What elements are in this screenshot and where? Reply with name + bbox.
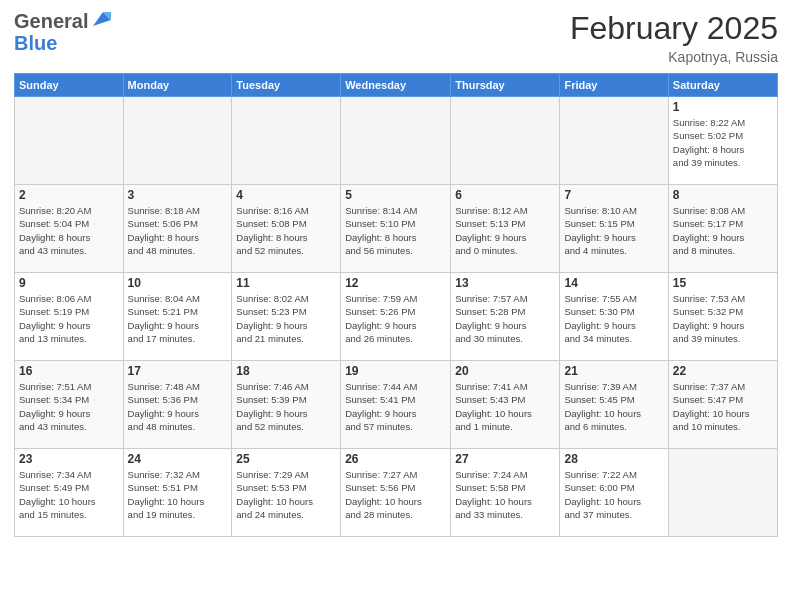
calendar-cell: 20Sunrise: 7:41 AM Sunset: 5:43 PM Dayli… [451, 361, 560, 449]
calendar-cell: 24Sunrise: 7:32 AM Sunset: 5:51 PM Dayli… [123, 449, 232, 537]
logo-general-text: General [14, 10, 88, 32]
calendar-cell: 22Sunrise: 7:37 AM Sunset: 5:47 PM Dayli… [668, 361, 777, 449]
day-info: Sunrise: 7:39 AM Sunset: 5:45 PM Dayligh… [564, 380, 663, 433]
day-info: Sunrise: 7:24 AM Sunset: 5:58 PM Dayligh… [455, 468, 555, 521]
calendar-cell: 16Sunrise: 7:51 AM Sunset: 5:34 PM Dayli… [15, 361, 124, 449]
day-info: Sunrise: 8:08 AM Sunset: 5:17 PM Dayligh… [673, 204, 773, 257]
day-number: 24 [128, 452, 228, 466]
calendar-week-row: 2Sunrise: 8:20 AM Sunset: 5:04 PM Daylig… [15, 185, 778, 273]
calendar-cell: 11Sunrise: 8:02 AM Sunset: 5:23 PM Dayli… [232, 273, 341, 361]
day-info: Sunrise: 7:37 AM Sunset: 5:47 PM Dayligh… [673, 380, 773, 433]
calendar-cell: 14Sunrise: 7:55 AM Sunset: 5:30 PM Dayli… [560, 273, 668, 361]
calendar-week-row: 9Sunrise: 8:06 AM Sunset: 5:19 PM Daylig… [15, 273, 778, 361]
calendar-cell: 4Sunrise: 8:16 AM Sunset: 5:08 PM Daylig… [232, 185, 341, 273]
day-number: 21 [564, 364, 663, 378]
day-info: Sunrise: 8:20 AM Sunset: 5:04 PM Dayligh… [19, 204, 119, 257]
weekday-header-row: SundayMondayTuesdayWednesdayThursdayFrid… [15, 74, 778, 97]
day-info: Sunrise: 7:55 AM Sunset: 5:30 PM Dayligh… [564, 292, 663, 345]
day-info: Sunrise: 8:06 AM Sunset: 5:19 PM Dayligh… [19, 292, 119, 345]
weekday-header-friday: Friday [560, 74, 668, 97]
day-number: 18 [236, 364, 336, 378]
day-info: Sunrise: 7:29 AM Sunset: 5:53 PM Dayligh… [236, 468, 336, 521]
calendar-cell: 12Sunrise: 7:59 AM Sunset: 5:26 PM Dayli… [341, 273, 451, 361]
day-info: Sunrise: 8:18 AM Sunset: 5:06 PM Dayligh… [128, 204, 228, 257]
day-info: Sunrise: 7:51 AM Sunset: 5:34 PM Dayligh… [19, 380, 119, 433]
calendar-cell: 10Sunrise: 8:04 AM Sunset: 5:21 PM Dayli… [123, 273, 232, 361]
day-info: Sunrise: 7:59 AM Sunset: 5:26 PM Dayligh… [345, 292, 446, 345]
calendar-cell: 19Sunrise: 7:44 AM Sunset: 5:41 PM Dayli… [341, 361, 451, 449]
day-info: Sunrise: 7:27 AM Sunset: 5:56 PM Dayligh… [345, 468, 446, 521]
calendar-cell: 28Sunrise: 7:22 AM Sunset: 6:00 PM Dayli… [560, 449, 668, 537]
calendar-cell: 18Sunrise: 7:46 AM Sunset: 5:39 PM Dayli… [232, 361, 341, 449]
day-number: 11 [236, 276, 336, 290]
day-info: Sunrise: 8:04 AM Sunset: 5:21 PM Dayligh… [128, 292, 228, 345]
day-info: Sunrise: 8:02 AM Sunset: 5:23 PM Dayligh… [236, 292, 336, 345]
day-number: 22 [673, 364, 773, 378]
weekday-header-thursday: Thursday [451, 74, 560, 97]
day-number: 14 [564, 276, 663, 290]
calendar-week-row: 1Sunrise: 8:22 AM Sunset: 5:02 PM Daylig… [15, 97, 778, 185]
calendar-cell: 27Sunrise: 7:24 AM Sunset: 5:58 PM Dayli… [451, 449, 560, 537]
calendar-cell: 6Sunrise: 8:12 AM Sunset: 5:13 PM Daylig… [451, 185, 560, 273]
day-info: Sunrise: 8:14 AM Sunset: 5:10 PM Dayligh… [345, 204, 446, 257]
calendar-cell: 21Sunrise: 7:39 AM Sunset: 5:45 PM Dayli… [560, 361, 668, 449]
calendar-week-row: 23Sunrise: 7:34 AM Sunset: 5:49 PM Dayli… [15, 449, 778, 537]
calendar-cell [341, 97, 451, 185]
calendar-cell [451, 97, 560, 185]
location: Kapotnya, Russia [570, 49, 778, 65]
month-title: February 2025 [570, 10, 778, 47]
day-number: 28 [564, 452, 663, 466]
calendar-cell: 23Sunrise: 7:34 AM Sunset: 5:49 PM Dayli… [15, 449, 124, 537]
day-number: 13 [455, 276, 555, 290]
day-number: 5 [345, 188, 446, 202]
day-info: Sunrise: 8:10 AM Sunset: 5:15 PM Dayligh… [564, 204, 663, 257]
day-info: Sunrise: 7:22 AM Sunset: 6:00 PM Dayligh… [564, 468, 663, 521]
day-number: 16 [19, 364, 119, 378]
day-info: Sunrise: 7:34 AM Sunset: 5:49 PM Dayligh… [19, 468, 119, 521]
calendar-cell: 3Sunrise: 8:18 AM Sunset: 5:06 PM Daylig… [123, 185, 232, 273]
calendar-cell: 25Sunrise: 7:29 AM Sunset: 5:53 PM Dayli… [232, 449, 341, 537]
day-number: 25 [236, 452, 336, 466]
logo-icon [89, 8, 111, 30]
day-info: Sunrise: 7:32 AM Sunset: 5:51 PM Dayligh… [128, 468, 228, 521]
weekday-header-wednesday: Wednesday [341, 74, 451, 97]
calendar-cell: 13Sunrise: 7:57 AM Sunset: 5:28 PM Dayli… [451, 273, 560, 361]
day-info: Sunrise: 8:16 AM Sunset: 5:08 PM Dayligh… [236, 204, 336, 257]
day-info: Sunrise: 7:53 AM Sunset: 5:32 PM Dayligh… [673, 292, 773, 345]
calendar-cell: 5Sunrise: 8:14 AM Sunset: 5:10 PM Daylig… [341, 185, 451, 273]
weekday-header-saturday: Saturday [668, 74, 777, 97]
day-number: 9 [19, 276, 119, 290]
calendar-cell [560, 97, 668, 185]
day-info: Sunrise: 8:22 AM Sunset: 5:02 PM Dayligh… [673, 116, 773, 169]
logo: General Blue [14, 10, 111, 54]
day-number: 3 [128, 188, 228, 202]
calendar-cell: 9Sunrise: 8:06 AM Sunset: 5:19 PM Daylig… [15, 273, 124, 361]
calendar-cell: 7Sunrise: 8:10 AM Sunset: 5:15 PM Daylig… [560, 185, 668, 273]
day-info: Sunrise: 7:48 AM Sunset: 5:36 PM Dayligh… [128, 380, 228, 433]
logo-blue-text: Blue [14, 32, 111, 54]
calendar-cell [15, 97, 124, 185]
day-number: 6 [455, 188, 555, 202]
day-info: Sunrise: 7:44 AM Sunset: 5:41 PM Dayligh… [345, 380, 446, 433]
calendar-cell: 15Sunrise: 7:53 AM Sunset: 5:32 PM Dayli… [668, 273, 777, 361]
calendar-cell: 2Sunrise: 8:20 AM Sunset: 5:04 PM Daylig… [15, 185, 124, 273]
day-number: 17 [128, 364, 228, 378]
day-number: 7 [564, 188, 663, 202]
calendar-week-row: 16Sunrise: 7:51 AM Sunset: 5:34 PM Dayli… [15, 361, 778, 449]
header: General Blue February 2025 Kapotnya, Rus… [14, 10, 778, 65]
calendar-cell [123, 97, 232, 185]
calendar-cell [232, 97, 341, 185]
day-number: 19 [345, 364, 446, 378]
day-number: 10 [128, 276, 228, 290]
day-number: 20 [455, 364, 555, 378]
calendar-cell: 1Sunrise: 8:22 AM Sunset: 5:02 PM Daylig… [668, 97, 777, 185]
day-number: 4 [236, 188, 336, 202]
day-info: Sunrise: 7:57 AM Sunset: 5:28 PM Dayligh… [455, 292, 555, 345]
weekday-header-tuesday: Tuesday [232, 74, 341, 97]
weekday-header-monday: Monday [123, 74, 232, 97]
day-number: 27 [455, 452, 555, 466]
day-number: 1 [673, 100, 773, 114]
day-number: 15 [673, 276, 773, 290]
day-number: 2 [19, 188, 119, 202]
page: General Blue February 2025 Kapotnya, Rus… [0, 0, 792, 612]
